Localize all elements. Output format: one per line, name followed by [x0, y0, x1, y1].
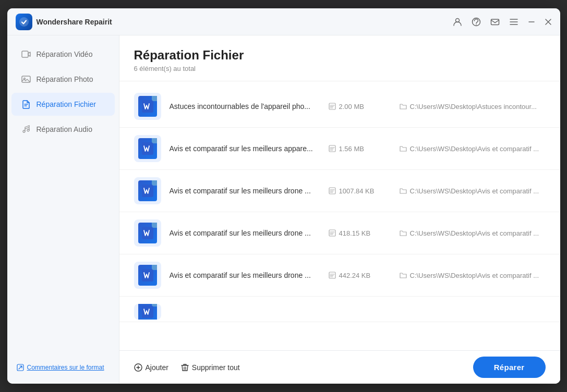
file-icon-wrap [134, 135, 161, 162]
add-label: Ajouter [146, 363, 168, 372]
page-title: Réparation Fichier [134, 48, 546, 63]
app-window: Wondershare Repairit [7, 8, 560, 384]
menu-button[interactable] [509, 17, 518, 27]
app-body: Réparation Vidéo Réparation Photo [7, 35, 560, 384]
app-logo-icon [16, 14, 32, 30]
file-size: 442.24 KB [329, 272, 391, 279]
file-icon-wrap [134, 177, 161, 204]
file-name: Avis et comparatif sur les meilleurs app… [170, 144, 320, 153]
file-path: C:\Users\WS\Desktop\Avis et comparatif .… [400, 272, 546, 279]
file-name: Avis et comparatif sur les meilleurs dro… [170, 229, 320, 237]
sidebar-item-fichier-label: Réparation Fichier [37, 100, 96, 108]
table-row: Avis et comparatif sur les meilleurs dro… [119, 254, 560, 297]
table-row: Avis et comparatif sur les meilleurs app… [119, 128, 560, 170]
svg-point-0 [19, 17, 29, 27]
svg-rect-15 [142, 185, 153, 197]
word-icon [138, 138, 157, 159]
table-row: Astuces incontournables de l'appareil ph… [119, 85, 560, 128]
audio-icon [21, 124, 31, 134]
svg-point-3 [476, 24, 477, 25]
word-icon [138, 96, 157, 117]
bottom-bar: Ajouter Supprimer tout Réparer [119, 350, 560, 384]
svg-rect-17 [142, 227, 153, 239]
word-icon [138, 180, 157, 201]
repair-label: Réparer [494, 363, 525, 372]
main-content: Réparation Fichier 6 élément(s) au total… [119, 35, 560, 384]
file-name: Astuces incontournables de l'appareil ph… [170, 102, 320, 111]
file-path: C:\Users\WS\Desktop\Avis et comparatif .… [400, 145, 546, 153]
file-path: C:\Users\WS\Desktop\Astuces incontour... [400, 103, 546, 111]
app-title: Wondershare Repairit [37, 18, 112, 26]
svg-rect-13 [142, 142, 153, 155]
video-icon [21, 49, 31, 59]
file-size: 418.15 KB [329, 229, 391, 237]
sidebar-item-audio-label: Réparation Audio [37, 125, 92, 133]
word-icon [138, 223, 157, 243]
add-button[interactable]: Ajouter [134, 363, 168, 372]
sidebar-item-audio[interactable]: Réparation Audio [11, 118, 115, 141]
file-icon-wrap [134, 262, 161, 289]
file-path: C:\Users\WS\Desktop\Avis et comparatif .… [400, 187, 546, 195]
table-row: Avis et comparatif sur les meilleurs dro… [119, 212, 560, 254]
file-name: Avis et comparatif sur les meilleurs dro… [170, 187, 320, 195]
sidebar-item-fichier[interactable]: Réparation Fichier [11, 93, 115, 116]
file-icon-wrap-partial [134, 304, 161, 320]
mail-button[interactable] [490, 17, 500, 27]
title-bar: Wondershare Repairit [7, 8, 560, 35]
table-row-partial [119, 297, 560, 322]
account-button[interactable] [453, 17, 462, 27]
file-name: Avis et comparatif sur les meilleurs dro… [170, 271, 320, 279]
svg-rect-21 [142, 305, 153, 318]
main-header: Réparation Fichier 6 élément(s) au total [119, 35, 560, 81]
file-size: 1.56 MB [329, 145, 391, 153]
file-list: Astuces incontournables de l'appareil ph… [119, 81, 560, 350]
file-icon-wrap [134, 93, 161, 120]
file-icon-wrap [134, 219, 161, 247]
sidebar-item-photo-label: Réparation Photo [37, 75, 93, 83]
minimize-button[interactable] [528, 18, 535, 26]
support-button[interactable] [472, 17, 481, 27]
svg-rect-5 [22, 51, 28, 57]
format-feedback-link[interactable]: Commentaires sur le format [17, 364, 110, 371]
title-bar-actions [453, 17, 552, 27]
word-icon-partial [138, 304, 157, 320]
file-path: C:\Users\WS\Desktop\Avis et comparatif .… [400, 229, 546, 237]
repair-button[interactable]: Réparer [473, 357, 546, 378]
sidebar-item-video-label: Réparation Vidéo [37, 50, 93, 58]
delete-label: Supprimer tout [192, 363, 240, 372]
fichier-icon [21, 99, 31, 109]
word-icon [138, 265, 157, 286]
file-size: 2.00 MB [329, 103, 391, 111]
sidebar-item-photo[interactable]: Réparation Photo [11, 68, 115, 91]
delete-all-button[interactable]: Supprimer tout [181, 363, 240, 372]
table-row: Avis et comparatif sur les meilleurs dro… [119, 170, 560, 212]
file-count: 6 élément(s) au total [134, 65, 546, 72]
photo-icon [21, 74, 31, 84]
sidebar: Réparation Vidéo Réparation Photo [7, 35, 119, 384]
app-logo-area: Wondershare Repairit [16, 14, 453, 30]
bottom-bar-left: Ajouter Supprimer tout [134, 363, 473, 372]
svg-rect-4 [491, 19, 499, 25]
file-size: 1007.84 KB [329, 187, 391, 195]
sidebar-item-video[interactable]: Réparation Vidéo [11, 43, 115, 66]
svg-rect-19 [142, 269, 153, 281]
sidebar-bottom: Commentaires sur le format [7, 358, 119, 377]
svg-rect-11 [142, 100, 153, 113]
format-feedback-label: Commentaires sur le format [27, 364, 104, 371]
close-button[interactable] [545, 18, 552, 26]
